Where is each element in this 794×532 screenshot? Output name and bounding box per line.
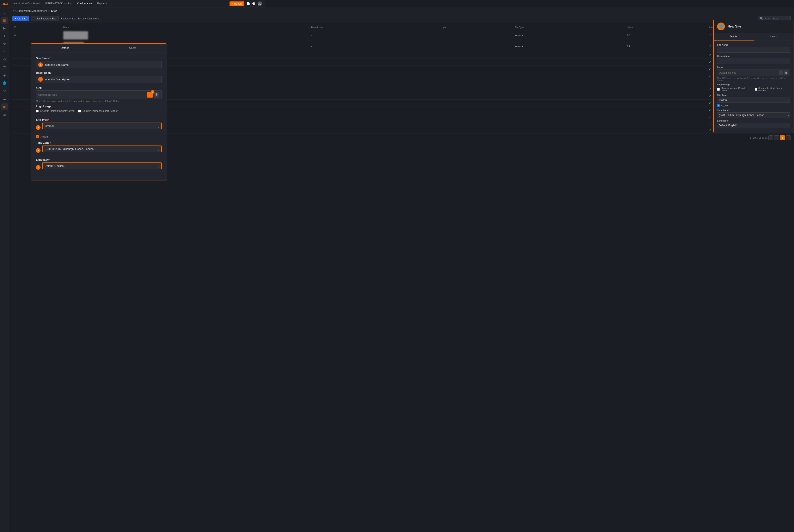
nav-investigation[interactable]: Investigation Dashboard [12, 2, 40, 5]
top-navigation: 3D3 Investigation Dashboard MITRE ATT&CK… [0, 0, 265, 7]
add-site-button[interactable]: + Add Site [13, 16, 29, 21]
fingerprint-icon[interactable]: ☁ [1, 95, 8, 102]
puzzle-icon[interactable]: ✦ [1, 33, 8, 39]
set-recipient-button[interactable]: ⇄ Set Recipient Site [31, 16, 59, 21]
annotation-f: f [36, 165, 40, 170]
home-icon[interactable]: ⌂ [1, 9, 8, 16]
nav-menu: Investigation Dashboard MITRE ATT&CK Mon… [12, 2, 229, 5]
nav-right: + Incident 📄 💬 AD [229, 1, 262, 6]
logo-cover-label: Show in Incident Report Cover [40, 110, 74, 112]
gear2-icon[interactable]: ⚙ [1, 88, 8, 94]
language-label: Language* [36, 158, 162, 161]
network-icon[interactable]: ⬡ [1, 56, 8, 63]
edit-icon[interactable]: ✎ [1, 49, 8, 55]
timezone-label: Time Zone* [36, 141, 162, 144]
cell-id: ⇄ [13, 30, 62, 41]
logo-header-checkbox[interactable] [78, 110, 81, 112]
logo-upload-button[interactable]: ↑ c [147, 92, 153, 98]
logout-icon[interactable]: ⏏ [1, 111, 8, 118]
nav-report[interactable]: Report ▾ [96, 2, 107, 5]
annotation-e: e [36, 148, 40, 153]
language-select[interactable]: Default (English) [42, 163, 162, 169]
tools-icon[interactable]: ⚙ [1, 40, 8, 47]
active-row: Active [36, 135, 162, 138]
logo-hint: Max 3 MB in .png or .jpg format. Recomme… [36, 100, 162, 102]
breadcrumb-org[interactable]: Organization Management [15, 9, 47, 13]
logo-upload-btns: ↑ c 🗑 [147, 92, 160, 98]
logo-label: Logo [36, 86, 162, 89]
annotation-c: c [151, 90, 154, 94]
active-label: Active [40, 135, 48, 138]
tab-users[interactable]: Users [99, 44, 167, 52]
annotation-a: a [38, 62, 43, 67]
description-label: Description [36, 71, 162, 74]
description-input[interactable]: b Input the Description [36, 76, 162, 83]
details-modal: Details Users Site Name* a Input the Sit… [31, 43, 167, 177]
active-checkbox[interactable] [36, 135, 39, 138]
play-icon[interactable]: ▶ [1, 25, 8, 32]
tab-details[interactable]: Details [31, 44, 99, 52]
logo-cover-checkbox[interactable] [36, 110, 39, 112]
logo-upload-row: Upload the logo ↑ c 🗑 [36, 90, 162, 99]
logo-upload-text: Upload the logo [38, 93, 146, 96]
app-logo: 3D3 [2, 2, 8, 5]
dashboard-icon[interactable]: ▦ [1, 17, 8, 23]
breadcrumb: ⌂ Organization Management > Sites [9, 7, 265, 14]
user-avatar[interactable]: AD [258, 1, 262, 6]
site-name-text: Input the Site Name [44, 63, 69, 66]
sites-toolbar: + Add Site ⇄ Set Recipient Site Recipien… [9, 14, 265, 23]
breadcrumb-current: Sites [51, 9, 57, 13]
radio-icon[interactable]: ◉ [1, 72, 8, 78]
settings-icon[interactable]: ☰ [1, 64, 8, 71]
incident-button[interactable]: + Incident [229, 1, 244, 6]
globe-icon[interactable]: 🌐 [1, 80, 8, 87]
sidebar: ⌂ ▦ ▶ ✦ ⚙ ✎ ⬡ ☰ ◉ 🌐 ⚙ ☁ ⊞ ⏏ [0, 7, 9, 177]
annotation-d: d [36, 125, 40, 130]
logo-header-checkbox-row: Show in Incident Report Header [78, 110, 118, 112]
site-name-input[interactable]: a Input the Site Name [36, 61, 162, 69]
modal-body: Site Name* a Input the Site Name Descrip… [31, 53, 167, 177]
site-name-label: Site Name* [36, 57, 162, 60]
home-breadcrumb-icon[interactable]: ⌂ [13, 9, 14, 13]
cell-name [62, 30, 265, 41]
logo-delete-button[interactable]: 🗑 [154, 92, 160, 98]
annotation-b: b [38, 77, 43, 82]
description-text: Input the Description [44, 78, 71, 81]
modal-tabs: Details Users [31, 44, 167, 53]
logo-header-label: Show in Incident Report Header [82, 110, 118, 112]
site-type-select[interactable]: Internal External [42, 122, 162, 129]
nav-mitre[interactable]: MITRE ATT&CK Monitor [44, 2, 73, 5]
chat-icon[interactable]: 💬 [252, 2, 256, 5]
timezone-select[interactable]: (GMT+00:00) Edinburgh, Lisbon, London [42, 146, 162, 152]
nav-configuration[interactable]: Configuration [76, 2, 93, 5]
table-row[interactable]: ⇄ - Internal 30 ✓ [13, 30, 265, 41]
doc-icon[interactable]: 📄 [246, 2, 250, 5]
breadcrumb-sep: > [49, 9, 50, 13]
col-name: Name [62, 25, 265, 30]
col-id: ID [13, 25, 62, 30]
logo-cover-checkbox-row: Show in Incident Report Cover [36, 110, 74, 112]
site-type-label: Site Type* [36, 118, 162, 121]
logo-usage-label: Logo Usage [36, 105, 162, 108]
recipient-label: Recipient Site: Security Operations [61, 17, 99, 20]
activity-icon[interactable]: ⊞ [1, 103, 8, 110]
